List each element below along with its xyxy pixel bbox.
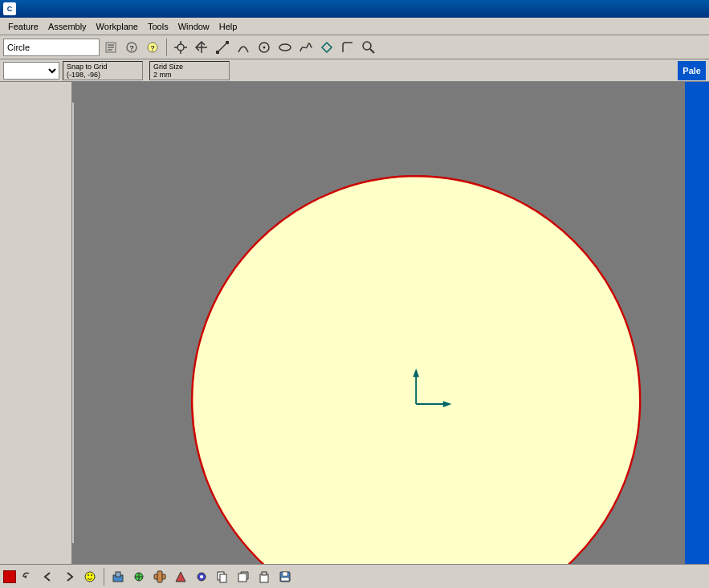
help-button[interactable]: ? xyxy=(122,38,141,57)
offset-button[interactable] xyxy=(317,38,336,57)
paste-btn[interactable] xyxy=(255,567,274,586)
svg-point-33 xyxy=(85,572,95,582)
bottom-sep xyxy=(104,568,104,586)
svg-rect-26 xyxy=(72,103,74,543)
svg-rect-52 xyxy=(283,572,287,576)
component4-btn[interactable] xyxy=(171,567,190,586)
cut-btn[interactable] xyxy=(213,567,232,586)
svg-point-45 xyxy=(200,575,203,578)
menubar: Feature Assembly Workplane Tools Window … xyxy=(0,18,709,35)
status-indicator xyxy=(3,570,16,583)
svg-point-35 xyxy=(91,574,92,576)
component2-btn[interactable] xyxy=(129,567,149,586)
spline-button[interactable] xyxy=(296,38,316,57)
sketch-canvas xyxy=(72,82,685,564)
view-dropdown[interactable] xyxy=(3,62,59,80)
undo-btn[interactable] xyxy=(18,567,37,586)
svg-rect-16 xyxy=(216,51,219,54)
snap-label: Snap to Grid xyxy=(67,63,139,71)
snap-info-panel: Snap to Grid (-198, -96) xyxy=(63,61,143,80)
svg-line-24 xyxy=(370,49,374,53)
tool-name-section: Circle ? ? xyxy=(3,38,162,57)
svg-text:?: ? xyxy=(150,44,155,52)
right-panel xyxy=(685,82,709,564)
sketch-tools-section xyxy=(171,38,378,57)
properties-button[interactable] xyxy=(101,38,120,57)
grid-value: 2 mm xyxy=(153,71,226,79)
svg-rect-53 xyxy=(281,578,289,581)
main-layout xyxy=(0,82,709,564)
svg-point-19 xyxy=(263,46,266,48)
svg-rect-47 xyxy=(220,574,226,582)
svg-rect-50 xyxy=(262,572,267,575)
search-button[interactable] xyxy=(359,38,378,57)
svg-point-20 xyxy=(279,44,291,51)
svg-rect-48 xyxy=(238,574,247,582)
snap-coords: (-198, -96) xyxy=(67,71,139,79)
snap-toolbar: Snap to Grid (-198, -96) Grid Size 2 mm … xyxy=(0,59,709,82)
help2-button[interactable]: ? xyxy=(143,38,162,57)
svg-point-8 xyxy=(177,44,184,51)
component5-btn[interactable] xyxy=(192,567,211,586)
toolbar1: Circle ? ? xyxy=(0,35,709,59)
left-panel xyxy=(0,82,72,564)
toolbar-separator-1 xyxy=(166,39,167,56)
menu-tools[interactable]: Tools xyxy=(143,20,173,33)
back-btn[interactable] xyxy=(39,567,58,586)
save-btn[interactable] xyxy=(275,567,295,586)
arc-button[interactable] xyxy=(234,38,253,57)
component1-btn[interactable] xyxy=(108,567,128,586)
app-icon: C xyxy=(3,2,16,15)
tool-name-display: Circle xyxy=(3,39,100,56)
svg-text:?: ? xyxy=(129,44,134,52)
fillet-button[interactable] xyxy=(338,38,357,57)
titlebar: C xyxy=(0,0,709,18)
viewport[interactable] xyxy=(72,82,685,564)
menu-assembly[interactable]: Assembly xyxy=(43,20,92,33)
menu-help[interactable]: Help xyxy=(214,20,242,33)
circle-button[interactable] xyxy=(255,38,274,57)
ellipse-button[interactable] xyxy=(275,38,295,57)
manipulator-button[interactable] xyxy=(171,38,190,57)
tool-name-label: Circle xyxy=(7,43,30,52)
menu-workplane[interactable]: Workplane xyxy=(92,20,143,33)
palette-button[interactable]: Pale xyxy=(678,61,706,80)
component3-btn[interactable] xyxy=(150,567,169,586)
svg-point-23 xyxy=(363,42,371,50)
smiley-btn[interactable] xyxy=(80,567,100,586)
svg-rect-42 xyxy=(157,571,162,582)
grid-info-panel: Grid Size 2 mm xyxy=(149,61,230,80)
copy-btn[interactable] xyxy=(234,567,253,586)
svg-rect-17 xyxy=(226,41,229,44)
svg-point-34 xyxy=(88,574,89,576)
svg-marker-43 xyxy=(176,572,185,582)
svg-rect-37 xyxy=(116,572,120,577)
bottom-toolbar xyxy=(0,564,709,588)
grid-label: Grid Size xyxy=(153,63,226,71)
menu-window[interactable]: Window xyxy=(173,20,214,33)
forward-btn[interactable] xyxy=(59,567,79,586)
menu-feature[interactable]: Feature xyxy=(3,20,43,33)
move-button[interactable] xyxy=(192,38,211,57)
line-button[interactable] xyxy=(213,38,232,57)
